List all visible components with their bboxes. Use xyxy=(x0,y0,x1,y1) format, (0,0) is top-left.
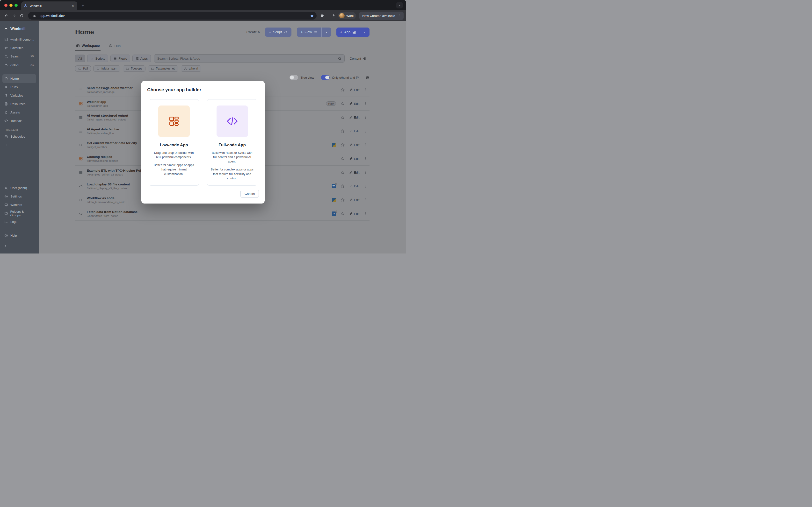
zoom-window-button[interactable] xyxy=(14,4,18,7)
address-bar[interactable]: app.windmill.dev xyxy=(28,12,317,19)
windmill-favicon xyxy=(24,4,28,8)
browser-menu-kebab-icon[interactable] xyxy=(397,13,402,18)
full-code-title: Full-code App xyxy=(218,143,246,148)
browser-toolbar: app.windmill.dev Work New Chrome availab… xyxy=(0,10,406,21)
close-window-button[interactable] xyxy=(4,4,7,7)
profile-chip[interactable]: Work xyxy=(338,12,356,19)
tab-strip: Windmill × + xyxy=(0,0,406,10)
new-tab-button[interactable]: + xyxy=(79,2,87,9)
download-icon[interactable] xyxy=(331,12,337,19)
back-icon[interactable] xyxy=(2,12,10,19)
tab-search-chevron-icon[interactable] xyxy=(396,2,403,8)
window-controls xyxy=(4,4,18,7)
toolbar-right-cluster: Work New Chrome available xyxy=(319,12,404,20)
reload-icon[interactable] xyxy=(18,12,26,19)
full-code-app-card[interactable]: Full-code App Build with React or Svelte… xyxy=(207,99,257,186)
update-label: New Chrome available xyxy=(362,14,395,18)
bookmark-star-icon[interactable] xyxy=(309,12,315,19)
forward-icon[interactable] xyxy=(10,12,18,19)
avatar xyxy=(339,13,345,18)
full-code-illustration xyxy=(216,106,248,137)
full-code-note: Better for complex apps or apps that req… xyxy=(210,167,254,180)
low-code-description: Drag-and-drop UI builder with 60+ powerf… xyxy=(152,151,196,159)
url-text: app.windmill.dev xyxy=(40,14,65,18)
dashboard-grid-icon xyxy=(168,116,180,127)
app-builder-modal: Choose your app builder Low-code App Dra… xyxy=(141,81,265,204)
browser-chrome: Windmill × + app.windmill.dev xyxy=(0,0,406,21)
modal-title: Choose your app builder xyxy=(147,87,259,93)
profile-name: Work xyxy=(346,14,354,18)
full-code-description: Build with React or Svelte with full con… xyxy=(210,151,254,164)
code-icon xyxy=(226,115,238,127)
low-code-illustration xyxy=(158,106,190,137)
chrome-update-button[interactable]: New Chrome available xyxy=(359,12,404,20)
site-settings-icon[interactable] xyxy=(31,12,37,19)
browser-tab[interactable]: Windmill × xyxy=(21,1,77,10)
minimize-window-button[interactable] xyxy=(9,4,12,7)
low-code-title: Low-code App xyxy=(160,143,188,148)
extensions-icon[interactable] xyxy=(319,12,325,19)
tab-close-icon[interactable]: × xyxy=(71,4,75,8)
tab-title: Windmill xyxy=(30,4,42,8)
low-code-app-card[interactable]: Low-code App Drag-and-drop UI builder wi… xyxy=(149,99,199,186)
cancel-button[interactable]: Cancel xyxy=(241,190,259,198)
low-code-note: Better for simple apps or apps that requ… xyxy=(152,163,196,176)
windmill-app: Windmill windmill-demo-... Favorites Sea… xyxy=(0,21,406,253)
